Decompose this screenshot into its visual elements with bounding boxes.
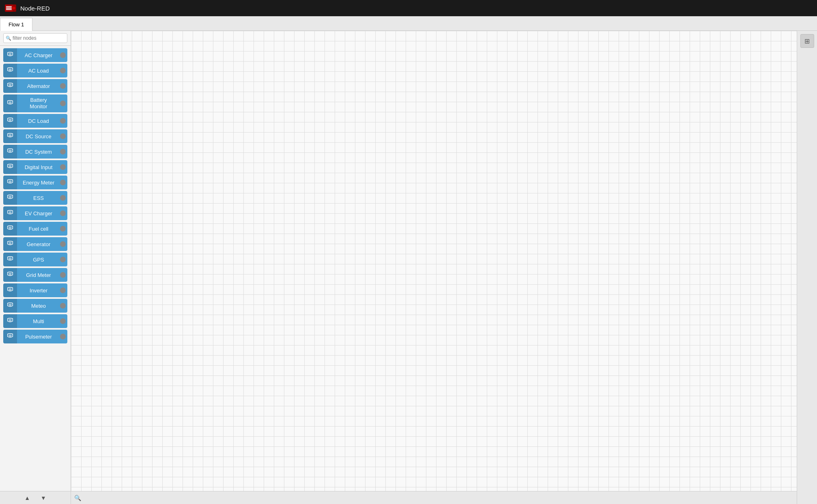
- node-icon-grid-meter: [3, 268, 17, 282]
- node-icon-fuel-cell: [3, 222, 17, 236]
- logo-icon: [5, 4, 16, 12]
- node-label-digital-input: Digital Input: [17, 164, 60, 170]
- node-generator[interactable]: Generator: [3, 237, 67, 251]
- node-icon-ac-load: [3, 64, 17, 77]
- node-label-meteo: Meteo: [17, 303, 60, 309]
- node-label-ac-load: AC Load: [17, 68, 60, 74]
- node-label-energy-meter: Energy Meter: [17, 180, 60, 186]
- node-label-pulsemeter: Pulsemeter: [17, 334, 60, 340]
- node-port-alternator: [60, 83, 66, 89]
- node-icon-dc-source: [3, 129, 17, 143]
- node-port-ac-load: [60, 68, 66, 73]
- search-area: 🔍: [0, 31, 71, 46]
- node-dc-load[interactable]: DC Load: [3, 114, 67, 128]
- node-port-pulsemeter: [60, 334, 66, 339]
- search-input[interactable]: [3, 33, 67, 43]
- layout-button[interactable]: ⊞: [800, 34, 814, 48]
- node-label-alternator: Alternator: [17, 83, 60, 89]
- canvas-footer: 🔍: [71, 491, 797, 504]
- node-icon-battery-monitor: [3, 94, 17, 112]
- node-alternator[interactable]: Alternator: [3, 79, 67, 93]
- app-title: Node-RED: [20, 5, 50, 12]
- node-label-inverter: Inverter: [17, 287, 60, 294]
- node-label-generator: Generator: [17, 241, 60, 247]
- node-label-dc-system: DC System: [17, 149, 60, 155]
- node-label-battery-monitor: BatteryMonitor: [17, 97, 60, 109]
- node-label-fuel-cell: Fuel cell: [17, 226, 60, 232]
- svg-point-5: [13, 7, 15, 10]
- node-port-battery-monitor: [60, 101, 66, 106]
- node-digital-input[interactable]: Digital Input: [3, 160, 67, 174]
- node-icon-meteo: [3, 299, 17, 313]
- node-icon-pulsemeter: [3, 330, 17, 343]
- node-icon-energy-meter: [3, 176, 17, 189]
- node-port-grid-meter: [60, 272, 66, 278]
- node-port-dc-system: [60, 149, 66, 154]
- node-port-energy-meter: [60, 180, 66, 185]
- node-port-gps: [60, 257, 66, 262]
- search-icon: 🔍: [6, 36, 11, 41]
- node-icon-ev-charger: [3, 206, 17, 220]
- node-ess[interactable]: ESS: [3, 191, 67, 205]
- node-port-dc-source: [60, 133, 66, 139]
- node-label-ev-charger: EV Charger: [17, 210, 60, 217]
- right-panel: ⊞: [797, 31, 817, 504]
- node-ev-charger[interactable]: EV Charger: [3, 206, 67, 220]
- node-label-gps: GPS: [17, 257, 60, 263]
- node-icon-dc-load: [3, 114, 17, 128]
- node-icon-gps: [3, 253, 17, 266]
- node-multi[interactable]: Multi: [3, 314, 67, 328]
- topbar: Node-RED: [0, 0, 817, 16]
- app-logo: [5, 4, 16, 12]
- node-port-dc-load: [60, 118, 66, 124]
- node-label-grid-meter: Grid Meter: [17, 272, 60, 278]
- node-icon-multi: [3, 314, 17, 328]
- node-port-multi: [60, 318, 66, 324]
- node-gps[interactable]: GPS: [3, 253, 67, 266]
- node-ac-load[interactable]: AC Load: [3, 64, 67, 77]
- node-port-inverter: [60, 287, 66, 293]
- node-inverter[interactable]: Inverter: [3, 283, 67, 297]
- node-port-generator: [60, 241, 66, 247]
- node-grid-meter[interactable]: Grid Meter: [3, 268, 67, 282]
- node-dc-system[interactable]: DC System: [3, 145, 67, 159]
- scroll-up-button[interactable]: ▲: [21, 493, 33, 503]
- canvas-grid: [71, 31, 797, 504]
- node-port-ac-charger: [60, 52, 66, 58]
- node-port-fuel-cell: [60, 226, 66, 232]
- node-port-digital-input: [60, 164, 66, 170]
- node-list: AC Charger AC Load Alternator: [0, 46, 71, 491]
- node-battery-monitor[interactable]: BatteryMonitor: [3, 94, 67, 112]
- main-content: 🔍 AC Charger AC L: [0, 31, 817, 504]
- node-meteo[interactable]: Meteo: [3, 299, 67, 313]
- node-port-ess: [60, 195, 66, 201]
- node-energy-meter[interactable]: Energy Meter: [3, 176, 67, 189]
- node-icon-alternator: [3, 79, 17, 93]
- node-label-ac-charger: AC Charger: [17, 52, 60, 58]
- canvas-area[interactable]: 🔍: [71, 31, 797, 504]
- node-pulsemeter[interactable]: Pulsemeter: [3, 330, 67, 343]
- node-icon-digital-input: [3, 160, 17, 174]
- node-fuel-cell[interactable]: Fuel cell: [3, 222, 67, 236]
- node-icon-generator: [3, 237, 17, 251]
- sidebar: 🔍 AC Charger AC L: [0, 31, 71, 504]
- tabbar: Flow 1: [0, 16, 817, 31]
- node-icon-ess: [3, 191, 17, 205]
- node-label-ess: ESS: [17, 195, 60, 201]
- node-icon-inverter: [3, 283, 17, 297]
- canvas-search-button[interactable]: 🔍: [74, 495, 81, 501]
- node-icon-ac-charger: [3, 48, 17, 62]
- layout: Flow 1 🔍 AC Charger: [0, 16, 817, 504]
- node-dc-source[interactable]: DC Source: [3, 129, 67, 143]
- scroll-down-button[interactable]: ▼: [37, 493, 49, 503]
- tab-flow1[interactable]: Flow 1: [0, 18, 32, 31]
- node-port-ev-charger: [60, 210, 66, 216]
- node-label-multi: Multi: [17, 318, 60, 324]
- node-port-meteo: [60, 303, 66, 309]
- node-label-dc-source: DC Source: [17, 133, 60, 139]
- node-ac-charger[interactable]: AC Charger: [3, 48, 67, 62]
- node-label-dc-load: DC Load: [17, 118, 60, 124]
- sidebar-footer: ▲ ▼: [0, 491, 71, 504]
- node-icon-dc-system: [3, 145, 17, 159]
